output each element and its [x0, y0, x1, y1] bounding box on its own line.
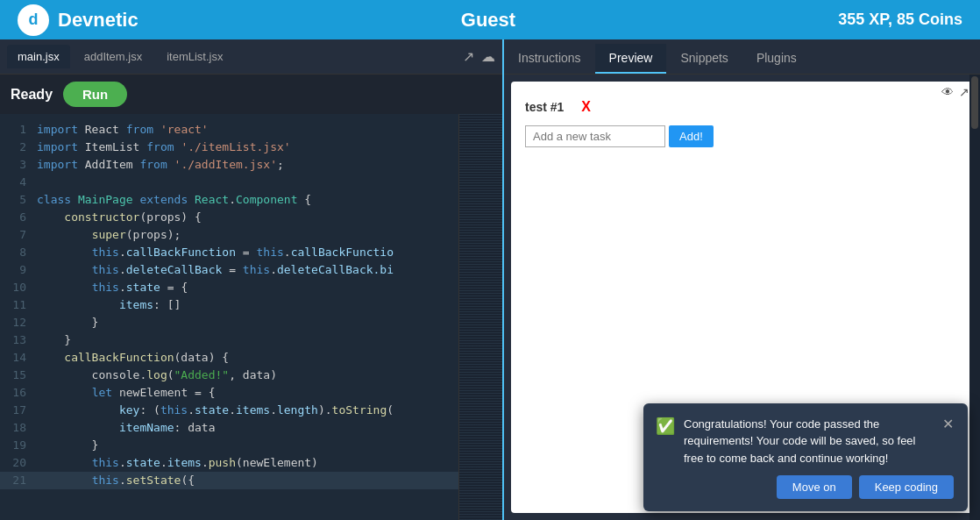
ready-label: Ready	[11, 87, 53, 103]
close-icon[interactable]: ✕	[942, 416, 954, 432]
file-tab-icons: ↗ ☁	[463, 48, 495, 65]
preview-content: test #1 X Add!	[511, 82, 973, 165]
right-panel: Instructions Preview Snippets Plugins 👁 …	[504, 39, 980, 520]
code-line-12: }	[33, 314, 458, 331]
line-num-16: 16	[0, 384, 33, 402]
tab-instructions[interactable]: Instructions	[504, 44, 595, 74]
line-num-3: 3	[0, 156, 33, 174]
preview-toolbar: 👁 ↗	[941, 85, 969, 99]
file-tabs: main.jsx addItem.jsx itemList.jsx ↗ ☁	[0, 39, 502, 75]
minimap-inner	[459, 114, 502, 520]
main-layout: main.jsx addItem.jsx itemList.jsx ↗ ☁ Re…	[0, 39, 980, 520]
test-x-mark: X	[581, 99, 591, 115]
logo-area: d Devnetic	[18, 4, 138, 36]
xp-coins: 355 XP, 85 Coins	[838, 11, 962, 29]
line-num-8: 8	[0, 244, 33, 261]
tab-plugins[interactable]: Plugins	[742, 44, 811, 74]
code-line-18: itemName: data	[33, 419, 458, 437]
app-name: Devnetic	[58, 9, 138, 32]
code-line-7: super(props);	[33, 226, 458, 244]
line-num-20: 20	[0, 454, 33, 472]
left-panel: main.jsx addItem.jsx itemList.jsx ↗ ☁ Re…	[0, 39, 504, 520]
code-line-9: this.deleteCallBack = this.deleteCallBac…	[33, 261, 458, 279]
code-line-16: let newElement = {	[33, 384, 458, 402]
cloud-icon[interactable]: ☁	[481, 48, 495, 65]
line-num-10: 10	[0, 279, 33, 296]
code-line-19: }	[33, 437, 458, 454]
tab-additem-jsx[interactable]: addItem.jsx	[74, 45, 153, 68]
user-name: Guest	[461, 9, 515, 32]
line-num-13: 13	[0, 331, 33, 349]
code-line-13: }	[33, 331, 458, 349]
code-line-21: this.setState({	[33, 472, 458, 489]
code-line-14: callBackFunction(data) {	[33, 349, 458, 367]
external-link-icon[interactable]: ↗	[959, 85, 969, 99]
line-num-19: 19	[0, 437, 33, 454]
line-num-9: 9	[0, 261, 33, 279]
line-num-6: 6	[0, 209, 33, 226]
line-numbers: 1 2 3 4 5 6 7 8 9 10 11 12 13 14 15 16 1…	[0, 114, 33, 520]
notification-text: Congratulations! Your code passed the re…	[684, 416, 934, 467]
line-num-21: 21	[0, 472, 33, 489]
logo-icon: d	[18, 4, 49, 36]
line-num-18: 18	[0, 419, 33, 437]
scrollbar-thumb[interactable]	[971, 76, 978, 129]
task-input[interactable]	[525, 125, 665, 147]
app-header: d Devnetic Guest 355 XP, 85 Coins	[0, 0, 980, 39]
upload-icon[interactable]: ↗	[463, 48, 474, 65]
line-num-1: 1	[0, 121, 33, 139]
line-num-17: 17	[0, 402, 33, 419]
success-icon: ✅	[656, 417, 675, 436]
line-num-14: 14	[0, 349, 33, 367]
code-line-5: class MainPage extends React.Component {	[33, 191, 458, 209]
notification-buttons: Move on Keep coding	[656, 475, 954, 499]
code-line-1: import React from 'react'	[33, 121, 458, 139]
keep-coding-button[interactable]: Keep coding	[859, 475, 954, 499]
code-line-20: this.state.items.push(newElement)	[33, 454, 458, 472]
line-num-12: 12	[0, 314, 33, 331]
move-on-button[interactable]: Move on	[777, 475, 852, 499]
line-num-11: 11	[0, 296, 33, 314]
run-button[interactable]: Run	[63, 82, 127, 107]
tab-preview[interactable]: Preview	[595, 44, 667, 74]
minimap	[458, 114, 502, 520]
code-line-10: this.state = {	[33, 279, 458, 296]
code-line-8: this.callBackFunction = this.callBackFun…	[33, 244, 458, 261]
logo-letter: d	[29, 11, 39, 29]
notification-top: ✅ Congratulations! Your code passed the …	[656, 416, 954, 467]
code-line-15: console.log("Added!", data)	[33, 367, 458, 384]
code-line-17: key: (this.state.items.length).toString(	[33, 402, 458, 419]
test-label: test #1	[525, 100, 564, 114]
test-header: test #1 X	[525, 99, 959, 115]
eye-icon[interactable]: 👁	[941, 85, 954, 99]
right-scrollbar[interactable]	[969, 75, 980, 520]
task-input-row: Add!	[525, 125, 959, 147]
code-line-11: items: []	[33, 296, 458, 314]
left-toolbar: Ready Run	[0, 75, 502, 114]
line-num-2: 2	[0, 139, 33, 156]
code-content[interactable]: import React from 'react' import ItemLis…	[33, 114, 458, 520]
line-num-15: 15	[0, 367, 33, 384]
tab-itemlist-jsx[interactable]: itemList.jsx	[156, 45, 233, 68]
line-num-4: 4	[0, 174, 33, 191]
line-num-5: 5	[0, 191, 33, 209]
right-tabs: Instructions Preview Snippets Plugins	[504, 39, 980, 75]
code-line-4	[33, 174, 458, 191]
add-task-button[interactable]: Add!	[669, 125, 714, 147]
line-num-7: 7	[0, 226, 33, 244]
code-line-2: import ItemList from './itemList.jsx'	[33, 139, 458, 156]
tab-main-jsx[interactable]: main.jsx	[7, 45, 70, 68]
tab-snippets[interactable]: Snippets	[666, 44, 742, 74]
notification-banner: ✅ Congratulations! Your code passed the …	[643, 403, 968, 512]
code-line-6: constructor(props) {	[33, 209, 458, 226]
code-line-3: import AddItem from './addItem.jsx';	[33, 156, 458, 174]
code-editor[interactable]: 1 2 3 4 5 6 7 8 9 10 11 12 13 14 15 16 1…	[0, 114, 502, 520]
